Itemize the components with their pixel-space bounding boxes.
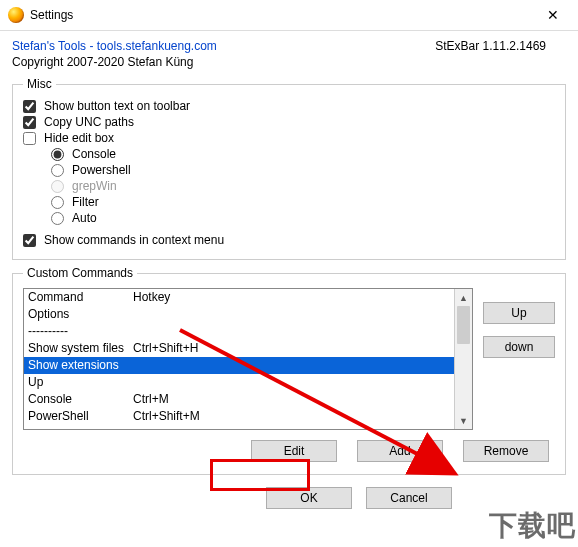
list-item-command: ---------- bbox=[28, 323, 133, 340]
list-item-hotkey: Ctrl+Shift+M bbox=[133, 408, 450, 425]
up-button[interactable]: Up bbox=[483, 302, 555, 324]
radio-auto-label: Auto bbox=[72, 211, 97, 225]
list-item-hotkey: Ctrl+Shift+H bbox=[133, 340, 450, 357]
list-item-command: PowerShell bbox=[28, 408, 133, 425]
radio-powershell-label: Powershell bbox=[72, 163, 131, 177]
window-title: Settings bbox=[30, 8, 73, 22]
list-item-command: Options bbox=[28, 306, 133, 323]
show-button-text-label: Show button text on toolbar bbox=[44, 99, 190, 113]
radio-auto[interactable]: Auto bbox=[51, 211, 555, 225]
radio-powershell-input[interactable] bbox=[51, 164, 64, 177]
list-scrollbar[interactable]: ▲ ▼ bbox=[454, 289, 472, 429]
list-item-hotkey bbox=[133, 323, 450, 340]
remove-button[interactable]: Remove bbox=[463, 440, 549, 462]
app-icon bbox=[8, 7, 24, 23]
list-item[interactable]: Show system filesCtrl+Shift+H bbox=[24, 340, 454, 357]
close-icon: ✕ bbox=[547, 8, 559, 22]
version-label: StExBar 1.11.2.1469 bbox=[435, 39, 546, 53]
down-button[interactable]: down bbox=[483, 336, 555, 358]
ok-button[interactable]: OK bbox=[266, 487, 352, 509]
radio-grepwin-input bbox=[51, 180, 64, 193]
list-item[interactable]: PowerShellCtrl+Shift+M bbox=[24, 408, 454, 425]
list-item[interactable]: Show extensions bbox=[24, 357, 454, 374]
cancel-button[interactable]: Cancel bbox=[366, 487, 452, 509]
show-button-text-checkbox[interactable]: Show button text on toolbar bbox=[23, 99, 555, 113]
commands-listview[interactable]: CommandHotkeyOptions----------Show syste… bbox=[23, 288, 473, 430]
copy-unc-input[interactable] bbox=[23, 116, 36, 129]
close-button[interactable]: ✕ bbox=[530, 0, 576, 30]
list-item-command: Console bbox=[28, 391, 133, 408]
scroll-thumb[interactable] bbox=[457, 306, 470, 344]
list-item-hotkey: Ctrl+M bbox=[133, 391, 450, 408]
watermark-label: 下载吧 bbox=[489, 507, 576, 545]
list-item-command: Up bbox=[28, 374, 133, 391]
hide-edit-input[interactable] bbox=[23, 132, 36, 145]
radio-console-label: Console bbox=[72, 147, 116, 161]
radio-filter-input[interactable] bbox=[51, 196, 64, 209]
custom-commands-group: Custom Commands CommandHotkeyOptions----… bbox=[12, 266, 566, 475]
add-button[interactable]: Add bbox=[357, 440, 443, 462]
edit-button[interactable]: Edit bbox=[251, 440, 337, 462]
radio-console[interactable]: Console bbox=[51, 147, 555, 161]
context-menu-checkbox[interactable]: Show commands in context menu bbox=[23, 233, 555, 247]
homepage-link[interactable]: Stefan's Tools - tools.stefankueng.com bbox=[12, 39, 217, 53]
shell-radio-group: Console Powershell grepWin Filter Auto bbox=[51, 147, 555, 225]
context-menu-input[interactable] bbox=[23, 234, 36, 247]
list-item-hotkey bbox=[133, 357, 450, 374]
radio-console-input[interactable] bbox=[51, 148, 64, 161]
context-menu-label: Show commands in context menu bbox=[44, 233, 224, 247]
copyright-label: Copyright 2007-2020 Stefan Küng bbox=[12, 55, 566, 69]
radio-powershell[interactable]: Powershell bbox=[51, 163, 555, 177]
list-item[interactable]: Up bbox=[24, 374, 454, 391]
copy-unc-label: Copy UNC paths bbox=[44, 115, 134, 129]
list-item[interactable]: Options bbox=[24, 306, 454, 323]
radio-grepwin: grepWin bbox=[51, 179, 555, 193]
list-header-command: Command bbox=[28, 289, 133, 306]
list-item-hotkey bbox=[133, 374, 450, 391]
radio-auto-input[interactable] bbox=[51, 212, 64, 225]
radio-filter-label: Filter bbox=[72, 195, 99, 209]
scroll-up-arrow-icon[interactable]: ▲ bbox=[455, 289, 472, 306]
copy-unc-checkbox[interactable]: Copy UNC paths bbox=[23, 115, 555, 129]
list-item[interactable]: ConsoleCtrl+M bbox=[24, 391, 454, 408]
list-item-command: Show system files bbox=[28, 340, 133, 357]
list-header-hotkey: Hotkey bbox=[133, 289, 450, 306]
titlebar: Settings ✕ bbox=[0, 0, 578, 31]
show-button-text-input[interactable] bbox=[23, 100, 36, 113]
commands-legend: Custom Commands bbox=[23, 266, 137, 280]
list-item[interactable]: ---------- bbox=[24, 323, 454, 340]
list-item-hotkey bbox=[133, 306, 450, 323]
list-item-command: Show extensions bbox=[28, 357, 133, 374]
hide-edit-checkbox[interactable]: Hide edit box bbox=[23, 131, 555, 145]
radio-filter[interactable]: Filter bbox=[51, 195, 555, 209]
hide-edit-label: Hide edit box bbox=[44, 131, 114, 145]
radio-grepwin-label: grepWin bbox=[72, 179, 117, 193]
list-header-row: CommandHotkey bbox=[24, 289, 454, 306]
misc-legend: Misc bbox=[23, 77, 56, 91]
scroll-down-arrow-icon[interactable]: ▼ bbox=[455, 412, 472, 429]
misc-group: Misc Show button text on toolbar Copy UN… bbox=[12, 77, 566, 260]
